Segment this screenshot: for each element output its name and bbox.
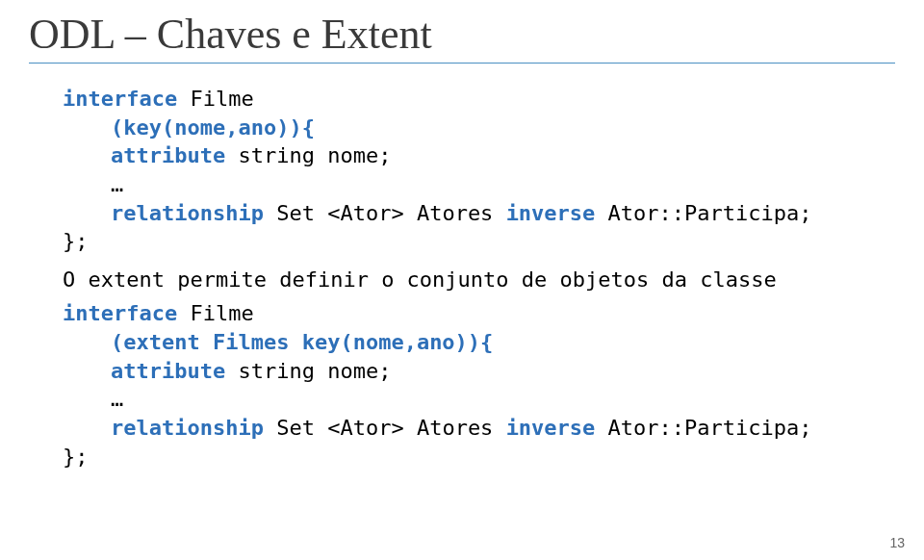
keyword-key: (key(nome,ano)){ <box>111 115 315 140</box>
code-block-2: interface Filme (extent Filmes key(nome,… <box>63 299 895 471</box>
code-line: relationship Set <Ator> Atores inverse A… <box>111 414 895 443</box>
code-line: … <box>111 385 895 414</box>
code-line: interface Filme <box>63 299 895 328</box>
ellipsis: … <box>111 387 123 411</box>
code-line: attribute string nome; <box>111 141 895 170</box>
keyword-inverse: inverse <box>506 416 596 440</box>
code-block-1: interface Filme (key(nome,ano)){ attribu… <box>63 85 895 256</box>
keyword-relationship: relationship <box>111 416 264 440</box>
code-line: relationship Set <Ator> Atores inverse A… <box>111 199 895 228</box>
code-text: nome; <box>327 359 391 383</box>
code-line: }; <box>63 443 895 471</box>
ellipsis: … <box>111 172 123 196</box>
slide-title: ODL – Chaves e Extent <box>29 10 895 64</box>
keyword-interface: interface <box>63 301 177 325</box>
code-line: interface Filme <box>63 85 895 114</box>
code-text: string <box>225 359 327 383</box>
code-text: string <box>225 143 327 167</box>
code-line: … <box>111 170 895 199</box>
code-text: Filme <box>177 87 253 111</box>
code-line: attribute string nome; <box>111 357 895 386</box>
code-line: }; <box>63 227 895 256</box>
keyword-inverse: inverse <box>506 201 596 225</box>
code-text: Ator::Participa; <box>595 201 811 225</box>
code-text: Set <Ator> Atores <box>264 416 506 440</box>
extent-note: O extent permite definir o conjunto de o… <box>63 267 895 292</box>
keyword-relationship: relationship <box>111 201 264 225</box>
keyword-extent: (extent Filmes key(nome,ano)){ <box>111 330 493 354</box>
keyword-attribute: attribute <box>111 143 225 167</box>
code-line: (key(nome,ano)){ <box>111 114 895 142</box>
code-text: Filme <box>177 301 253 325</box>
code-text: nome; <box>327 143 391 167</box>
keyword-interface: interface <box>63 87 177 111</box>
code-text: Ator::Participa; <box>595 416 811 440</box>
page-number: 13 <box>889 535 905 550</box>
keyword-attribute: attribute <box>111 359 225 383</box>
code-line: (extent Filmes key(nome,ano)){ <box>111 328 895 357</box>
code-text: Set <Ator> Atores <box>264 201 506 225</box>
